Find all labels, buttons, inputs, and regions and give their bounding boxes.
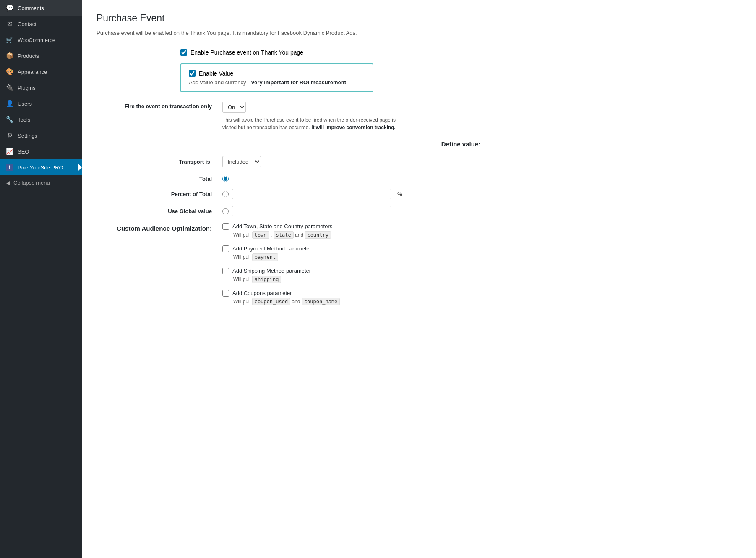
sidebar-item-settings[interactable]: ⚙Settings xyxy=(0,128,82,143)
percent-label: Percent of Total xyxy=(113,191,222,197)
code-shipping: shipping xyxy=(252,276,282,283)
enable-value-checkbox-row: Enable Value xyxy=(189,70,365,77)
global-radio[interactable] xyxy=(222,208,229,214)
sidebar-item-seo[interactable]: 📈SEO xyxy=(0,143,82,159)
fire-event-row: Fire the event on transaction only OnOff… xyxy=(96,102,741,131)
settings-icon: ⚙ xyxy=(6,132,13,139)
audience-option-shipping-method: Add Shipping Method parameterWill pull s… xyxy=(222,268,741,282)
enable-value-checkbox[interactable] xyxy=(189,70,196,77)
audience-checkbox-coupons[interactable] xyxy=(222,290,229,297)
sidebar-item-woocommerce[interactable]: 🛒WooCommerce xyxy=(0,32,82,48)
enable-value-desc-bold: Very important for ROI measurement xyxy=(251,79,346,86)
seo-icon: 📈 xyxy=(6,148,13,155)
sidebar-label-tools: Tools xyxy=(18,117,30,123)
enable-value-box: Enable Value Add value and currency - Ve… xyxy=(180,63,373,92)
sidebar-label-contact: Contact xyxy=(18,21,36,27)
custom-audience-heading: Custom Audience Optimization: xyxy=(113,223,222,232)
transport-select[interactable]: IncludedExcluded xyxy=(222,156,261,167)
sidebar-item-plugins[interactable]: 🔌Plugins xyxy=(0,80,82,96)
enable-purchase-checkbox[interactable] xyxy=(180,49,187,56)
sidebar-label-users: Users xyxy=(18,101,32,107)
custom-audience-content: Add Town, State and Country parametersWi… xyxy=(222,223,741,312)
sidebar-label-comments: Comments xyxy=(18,5,44,11)
percent-radio-row: Percent of Total % xyxy=(96,189,741,199)
global-label: Use Global value xyxy=(113,208,222,214)
sidebar-item-pixelyoursite[interactable]: fPixelYourSite PRO xyxy=(0,159,82,175)
percent-input[interactable] xyxy=(232,189,391,199)
define-value-heading: Define value: xyxy=(96,141,741,148)
sidebar-label-woocommerce: WooCommerce xyxy=(18,37,55,43)
woocommerce-icon: 🛒 xyxy=(6,36,13,44)
audience-checkbox-shipping-method[interactable] xyxy=(222,268,229,274)
code-payment: payment xyxy=(252,253,279,261)
percent-radio-content: % xyxy=(222,189,402,199)
audience-title-town-state-country: Add Town, State and Country parameters xyxy=(232,223,332,229)
sidebar-label-settings: Settings xyxy=(18,133,37,139)
audience-checkbox-payment-method[interactable] xyxy=(222,245,229,252)
audience-title-payment-method: Add Payment Method parameter xyxy=(232,245,311,252)
audience-desc-shipping-method: Will pull shipping xyxy=(222,276,741,282)
fire-event-select[interactable]: OnOff xyxy=(222,102,246,113)
sidebar-item-contact[interactable]: ✉Contact xyxy=(0,16,82,32)
code-coupon_used: coupon_used xyxy=(252,298,290,305)
enable-value-desc: Add value and currency - Very important … xyxy=(189,79,365,86)
audience-title-coupons: Add Coupons parameter xyxy=(232,290,292,296)
percent-radio[interactable] xyxy=(222,191,229,197)
fire-event-desc-bold: It will improve conversion tracking. xyxy=(311,125,396,130)
page-title: Purchase Event xyxy=(96,13,741,24)
collapse-menu[interactable]: ◀Collapse menu xyxy=(0,175,82,190)
sidebar-item-products[interactable]: 📦Products xyxy=(0,48,82,64)
page-description: Purchase event will be enabled on the Th… xyxy=(96,29,741,37)
enable-purchase-label: Enable Purchase event on Thank You page xyxy=(190,49,303,56)
sidebar: 💬Comments✉Contact🛒WooCommerce📦Products🎨A… xyxy=(0,0,82,558)
fire-event-desc: This will avoid the Purchase event to be… xyxy=(222,116,403,131)
comments-icon: 💬 xyxy=(6,4,13,12)
global-input[interactable] xyxy=(232,206,391,216)
audience-desc-payment-method: Will pull payment xyxy=(222,254,741,260)
enable-value-desc-normal: Add value and currency - xyxy=(189,79,251,86)
products-icon: 📦 xyxy=(6,52,13,60)
audience-title-shipping-method: Add Shipping Method parameter xyxy=(232,268,311,274)
collapse-label: Collapse menu xyxy=(13,180,50,186)
main-content: Purchase Event Purchase event will be en… xyxy=(82,0,756,558)
sidebar-label-seo: SEO xyxy=(18,149,29,155)
code-state: state xyxy=(274,231,294,239)
plugins-icon: 🔌 xyxy=(6,84,13,91)
contact-icon: ✉ xyxy=(6,20,13,28)
transport-row: Transport is: IncludedExcluded xyxy=(96,156,741,167)
total-label: Total xyxy=(113,176,222,182)
total-radio-row: Total xyxy=(96,176,741,182)
pixelyoursite-icon: f xyxy=(6,164,13,171)
collapse-icon: ◀ xyxy=(6,180,10,186)
appearance-icon: 🎨 xyxy=(6,68,13,76)
audience-checkbox-town-state-country[interactable] xyxy=(222,223,229,230)
code-country: country xyxy=(305,231,331,239)
audience-desc-town-state-country: Will pull town , state and country xyxy=(222,232,741,238)
sidebar-label-appearance: Appearance xyxy=(18,69,47,75)
audience-option-coupons: Add Coupons parameterWill pull coupon_us… xyxy=(222,290,741,305)
code-coupon_name: coupon_name xyxy=(302,298,340,305)
custom-audience-row: Custom Audience Optimization: Add Town, … xyxy=(96,223,741,312)
sidebar-label-products: Products xyxy=(18,53,39,59)
global-radio-row: Use Global value xyxy=(96,206,741,216)
transport-label: Transport is: xyxy=(113,159,222,165)
percent-suffix: % xyxy=(397,191,402,197)
enable-purchase-row: Enable Purchase event on Thank You page xyxy=(96,49,741,56)
sidebar-label-plugins: Plugins xyxy=(18,85,36,91)
fire-event-content: OnOff This will avoid the Purchase event… xyxy=(222,102,741,131)
users-icon: 👤 xyxy=(6,100,13,107)
audience-desc-coupons: Will pull coupon_used and coupon_name xyxy=(222,299,741,305)
total-radio[interactable] xyxy=(222,176,229,182)
sidebar-item-comments[interactable]: 💬Comments xyxy=(0,0,82,16)
enable-value-label: Enable Value xyxy=(199,70,233,77)
sidebar-item-users[interactable]: 👤Users xyxy=(0,96,82,112)
sidebar-item-appearance[interactable]: 🎨Appearance xyxy=(0,64,82,80)
total-radio-content xyxy=(222,176,229,182)
audience-option-payment-method: Add Payment Method parameterWill pull pa… xyxy=(222,245,741,260)
tools-icon: 🔧 xyxy=(6,116,13,123)
code-town: town xyxy=(252,231,269,239)
fire-event-label: Fire the event on transaction only xyxy=(113,102,222,110)
sidebar-label-pixelyoursite: PixelYourSite PRO xyxy=(18,164,63,171)
global-radio-content xyxy=(222,206,391,216)
sidebar-item-tools[interactable]: 🔧Tools xyxy=(0,112,82,128)
